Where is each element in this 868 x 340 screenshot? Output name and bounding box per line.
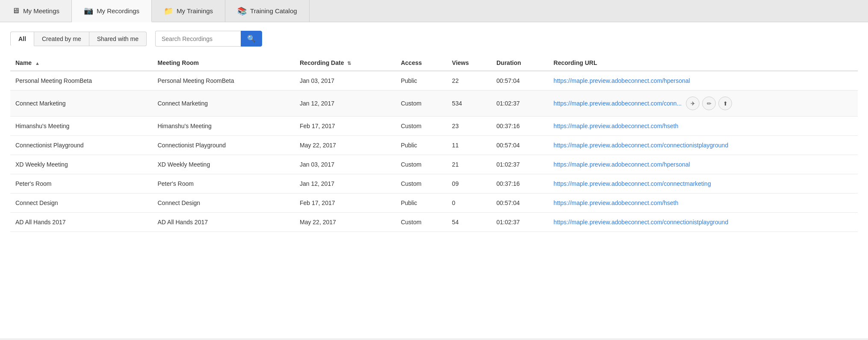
search-group: 🔍 [155,31,262,47]
table-row: Connectionist PlaygroundConnectionist Pl… [10,136,858,155]
cell-name: Connect Design [10,193,153,213]
send-icon: ✈ [691,100,695,107]
cell-views: 54 [447,213,491,232]
table-row: Personal Meeting RoomBetaPersonal Meetin… [10,71,858,91]
cell-meeting-room: Connect Marketing [153,91,295,117]
cell-views: 09 [447,174,491,193]
cell-name: Peter's Room [10,174,153,193]
tab-my-trainings-label: My Trainings [177,7,213,15]
cell-access: Custom [396,213,447,232]
cell-access: Public [396,71,447,91]
filter-bar: All Created by me Shared with me 🔍 [10,31,858,47]
cell-recording-date: Feb 17, 2017 [295,193,396,213]
col-header-meeting-room: Meeting Room [153,55,295,71]
cell-url: https://maple.preview.adobeconnect.com/c… [549,213,858,232]
recording-url-link[interactable]: https://maple.preview.adobeconnect.com/c… [554,219,729,226]
cell-recording-date: Jan 03, 2017 [295,71,396,91]
cell-views: 11 [447,136,491,155]
recording-url-link[interactable]: https://maple.preview.adobeconnect.com/h… [554,77,690,84]
cell-access: Custom [396,91,447,117]
recordings-table: Name ▲ Meeting Room Recording Date ⇅ Acc… [10,55,858,232]
recording-url-link[interactable]: https://maple.preview.adobeconnect.com/h… [554,161,690,168]
tab-my-trainings[interactable]: 📁 My Trainings [152,0,225,22]
table-row: Himanshu's MeetingHimanshu's MeetingFeb … [10,117,858,136]
cell-duration: 00:37:16 [491,174,549,193]
cell-views: 22 [447,71,491,91]
cell-name: AD All Hands 2017 [10,213,153,232]
recording-url-link[interactable]: https://maple.preview.adobeconnect.com/h… [554,123,679,129]
tab-my-recordings[interactable]: 📷 My Recordings [72,0,152,22]
col-header-access: Access [396,55,447,71]
recording-url-link[interactable]: https://maple.preview.adobeconnect.com/c… [554,100,682,107]
cell-duration: 01:02:37 [491,155,549,174]
cell-access: Public [396,193,447,213]
tab-my-recordings-label: My Recordings [97,7,139,15]
training-catalog-icon: 📚 [237,6,247,16]
my-trainings-icon: 📁 [164,6,173,16]
my-meetings-icon: 🖥 [12,6,20,15]
cell-views: 0 [447,193,491,213]
search-button[interactable]: 🔍 [241,31,262,47]
table-row: XD Weekly MeetingXD Weekly MeetingJan 03… [10,155,858,174]
search-icon: 🔍 [247,35,256,42]
cell-name: Connectionist Playground [10,136,153,155]
cell-recording-date: Jan 12, 2017 [295,91,396,117]
send-button[interactable]: ✈ [686,97,700,110]
recording-url-link[interactable]: https://maple.preview.adobeconnect.com/c… [554,180,711,187]
cell-name: Himanshu's Meeting [10,117,153,136]
cell-access: Custom [396,174,447,193]
filter-all-button[interactable]: All [10,32,34,46]
cell-duration: 01:02:37 [491,213,549,232]
filter-created-button[interactable]: Created by me [34,32,89,46]
my-recordings-icon: 📷 [84,6,93,15]
recording-url-link[interactable]: https://maple.preview.adobeconnect.com/c… [554,142,729,149]
cell-url: https://maple.preview.adobeconnect.com/h… [549,117,858,136]
col-header-duration: Duration [491,55,549,71]
name-sort-icon: ▲ [35,61,40,66]
cell-recording-date: Jan 03, 2017 [295,155,396,174]
cell-url: https://maple.preview.adobeconnect.com/h… [549,71,858,91]
cell-name: XD Weekly Meeting [10,155,153,174]
tab-bar: 🖥 My Meetings 📷 My Recordings 📁 My Train… [0,0,868,22]
col-header-views: Views [447,55,491,71]
upload-icon: ⬆ [723,100,728,107]
tab-training-catalog[interactable]: 📚 Training Catalog [225,0,310,22]
search-input[interactable] [155,31,241,47]
cell-name: Personal Meeting RoomBeta [10,71,153,91]
filter-shared-button[interactable]: Shared with me [89,32,147,46]
cell-url: https://maple.preview.adobeconnect.com/c… [549,136,858,155]
table-row: Peter's RoomPeter's RoomJan 12, 2017Cust… [10,174,858,193]
cell-recording-date: Jan 12, 2017 [295,174,396,193]
cell-views: 534 [447,91,491,117]
cell-meeting-room: Personal Meeting RoomBeta [153,71,295,91]
cell-access: Custom [396,117,447,136]
tab-training-catalog-label: Training Catalog [250,7,297,15]
upload-button[interactable]: ⬆ [718,97,732,110]
date-sort-icon: ⇅ [347,61,351,66]
col-header-name[interactable]: Name ▲ [10,55,153,71]
cell-name: Connect Marketing [10,91,153,117]
table-header-row: Name ▲ Meeting Room Recording Date ⇅ Acc… [10,55,858,71]
cell-url: https://maple.preview.adobeconnect.com/h… [549,155,858,174]
cell-duration: 00:37:16 [491,117,549,136]
col-header-url: Recording URL [549,55,858,71]
cell-recording-date: May 22, 2017 [295,213,396,232]
cell-meeting-room: XD Weekly Meeting [153,155,295,174]
table-row: Connect DesignConnect DesignFeb 17, 2017… [10,193,858,213]
cell-duration: 00:57:04 [491,71,549,91]
col-header-recording-date[interactable]: Recording Date ⇅ [295,55,396,71]
cell-recording-date: May 22, 2017 [295,136,396,155]
edit-icon: ✏ [707,100,712,107]
cell-views: 23 [447,117,491,136]
edit-button[interactable]: ✏ [702,97,716,110]
cell-url: https://maple.preview.adobeconnect.com/c… [549,174,858,193]
cell-meeting-room: Himanshu's Meeting [153,117,295,136]
cell-meeting-room: AD All Hands 2017 [153,213,295,232]
main-content: All Created by me Shared with me 🔍 Name … [0,22,868,338]
cell-duration: 00:57:04 [491,136,549,155]
tab-my-meetings[interactable]: 🖥 My Meetings [0,0,72,22]
cell-meeting-room: Peter's Room [153,174,295,193]
cell-url: https://maple.preview.adobeconnect.com/c… [549,91,858,117]
recording-url-link[interactable]: https://maple.preview.adobeconnect.com/h… [554,199,679,206]
cell-access: Public [396,136,447,155]
